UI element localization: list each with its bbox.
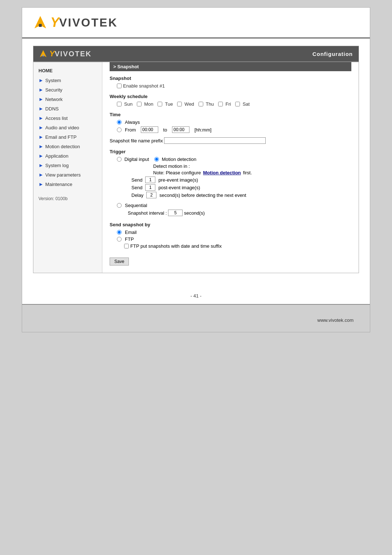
day-thu: Thu: [199, 101, 214, 107]
sidebar-item-view-parameters[interactable]: ► View parameters: [33, 170, 102, 179]
sidebar-label-audio-and-video: Audio and video: [45, 125, 79, 130]
day-wed: Wed: [177, 101, 194, 107]
send-pre-label-left: Send: [131, 177, 142, 183]
radio-sequential[interactable]: [117, 203, 122, 208]
checkbox-thu[interactable]: [199, 102, 203, 106]
checkbox-sun[interactable]: [117, 102, 122, 106]
to-time-input[interactable]: [172, 126, 189, 133]
snapshot-interval-row: Snapshot interval : second(s): [128, 210, 351, 216]
arrow-icon: ►: [38, 115, 44, 121]
sidebar-label-system: System: [45, 78, 61, 83]
snapshot-prefix-section: Snapshot file name prefix: [110, 137, 351, 144]
always-option: Always: [110, 119, 351, 125]
arrow-icon: ►: [38, 96, 44, 102]
radio-motion-detection[interactable]: [154, 157, 159, 162]
checkbox-fri[interactable]: [218, 102, 223, 106]
weekly-schedule-title: Weekly schedule: [110, 94, 351, 99]
checkbox-wed[interactable]: [177, 102, 182, 106]
sidebar-item-application[interactable]: ► Application: [33, 151, 102, 161]
sidebar-item-audio-and-video[interactable]: ► Audio and video: [33, 123, 102, 132]
sidebar-item-system-log[interactable]: ► System log: [33, 161, 102, 170]
send-post-label-left: Send: [131, 185, 142, 190]
arrow-icon: ►: [38, 172, 44, 178]
note-row: Note: Please configure Motion detection …: [153, 170, 351, 175]
second-label: second(s): [184, 210, 205, 216]
enable-snapshot-checkbox[interactable]: [117, 84, 122, 88]
day-sun-label: Sun: [124, 101, 132, 107]
day-sat: Sat: [235, 101, 250, 107]
sidebar-item-email-and-ftp[interactable]: ► Email and FTP: [33, 132, 102, 142]
trigger-type-row: Digital input Motion detection: [110, 157, 351, 162]
sequential-option: Sequential: [117, 203, 351, 208]
day-tue-label: Tue: [165, 101, 173, 107]
day-wed-label: Wed: [184, 101, 194, 107]
prefix-label: Snapshot file name prefix: [110, 138, 163, 143]
motion-detection-label: Motion detection: [162, 157, 196, 162]
checkbox-tue[interactable]: [158, 102, 162, 106]
main-panel: > Snapshot Snapshot Enable snapshot #1 W…: [102, 62, 359, 273]
day-mon-label: Mon: [144, 101, 153, 107]
delay-input[interactable]: [146, 192, 156, 198]
snapshot-title: Snapshot: [110, 76, 351, 81]
note-link[interactable]: Motion detection: [203, 170, 241, 175]
time-title: Time: [110, 112, 351, 117]
day-sun: Sun: [117, 101, 132, 107]
sidebar-item-motion-detection[interactable]: ► Motion detection: [33, 142, 102, 151]
from-time-input[interactable]: [141, 126, 158, 133]
trigger-title: Trigger: [110, 149, 351, 154]
sidebar-item-network[interactable]: ► Network: [33, 94, 102, 104]
detect-in-label: Detect motion in :: [153, 163, 190, 169]
format-label: [hh:mm]: [195, 127, 212, 133]
weekly-schedule-section: Weekly schedule Sun Mon: [110, 94, 351, 107]
delay-label-left: Delay: [131, 193, 143, 198]
delay-label-right: second(s) before detecting the next even…: [159, 193, 246, 198]
radio-digital-input[interactable]: [117, 157, 122, 162]
sidebar-home[interactable]: HOME: [33, 66, 102, 76]
send-pre-input[interactable]: [145, 177, 155, 183]
send-post-input[interactable]: [145, 184, 155, 191]
sidebar-item-security[interactable]: ► Security: [33, 85, 102, 94]
checkbox-sat[interactable]: [235, 102, 240, 106]
day-fri: Fri: [218, 101, 231, 107]
email-label: Email: [125, 230, 137, 235]
header-logo-rest: VIVOTEK: [55, 50, 92, 58]
sidebar-label-ddns: DDNS: [45, 106, 59, 112]
sidebar-item-access-list[interactable]: ► Access list: [33, 113, 102, 123]
ftp-date-checkbox[interactable]: [124, 244, 129, 248]
digital-input-label: Digital input: [124, 157, 149, 162]
sidebar-item-system[interactable]: ► System: [33, 76, 102, 85]
day-tue: Tue: [158, 101, 173, 107]
save-button[interactable]: Save: [110, 258, 129, 266]
arrow-icon: ►: [38, 181, 44, 187]
send-snapshot-section: Send snapshot by Email FTP FTP put snaps…: [110, 222, 351, 249]
from-label: From: [125, 127, 136, 133]
radio-always[interactable]: [117, 120, 122, 125]
radio-ftp[interactable]: [117, 237, 122, 242]
arrow-icon: ►: [38, 162, 44, 168]
snapshot-interval-input[interactable]: [168, 210, 183, 216]
day-fri-label: Fri: [225, 101, 231, 107]
radio-from[interactable]: [117, 127, 122, 132]
sidebar-item-ddns[interactable]: ► DDNS: [33, 104, 102, 113]
prefix-input[interactable]: [164, 137, 266, 144]
from-option: From to [hh:mm]: [110, 126, 351, 133]
header-logo: Y VIVOTEK: [39, 49, 91, 58]
send-snapshot-title: Send snapshot by: [110, 222, 351, 227]
send-post-row: Send post-event image(s): [131, 184, 351, 191]
svg-rect-3: [42, 55, 44, 57]
arrow-icon: ►: [38, 106, 44, 112]
radio-email[interactable]: [117, 230, 122, 235]
enable-snapshot-row: Enable snapshot #1: [110, 83, 351, 89]
time-section: Time Always From to: [110, 112, 351, 133]
sidebar-item-maintenance[interactable]: ► Maintenance: [33, 179, 102, 189]
checkbox-mon[interactable]: [137, 102, 142, 106]
arrow-icon: ►: [38, 143, 44, 149]
send-post-label-right: post-event image(s): [158, 185, 200, 190]
days-row: Sun Mon Tue: [110, 101, 351, 107]
ftp-label: FTP: [125, 236, 134, 242]
day-thu-label: Thu: [206, 101, 214, 107]
section-header: > Snapshot: [110, 62, 351, 71]
ftp-option: FTP: [110, 236, 351, 242]
to-label: to: [163, 127, 167, 133]
send-pre-row: Send pre-event image(s): [131, 177, 351, 183]
